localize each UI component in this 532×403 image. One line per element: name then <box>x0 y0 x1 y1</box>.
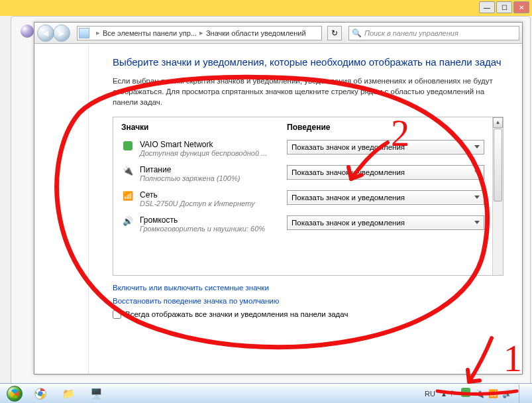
scroll-thumb[interactable] <box>494 129 502 202</box>
col-behavior: Поведение <box>287 123 484 132</box>
control-panel-window: ◄ ► ▸ Все элементы панели упр... ▸ Значк… <box>34 22 523 374</box>
page-description: Если выбран режим скрытия значков и увед… <box>113 76 504 107</box>
behavior-dropdown[interactable]: Показать значок и уведомления <box>287 190 484 205</box>
chevron-down-icon <box>474 170 480 174</box>
window-buttons: — ☐ ✕ <box>479 1 529 13</box>
always-show-label: Всегда отображать все значки и уведомлен… <box>125 310 348 318</box>
behavior-dropdown[interactable]: Показать значок и уведомления <box>287 165 484 180</box>
list-row: 🔊 Громкость Громкоговоритель и наушники:… <box>113 211 492 237</box>
power-tray-icon[interactable]: 🔌 <box>474 389 484 398</box>
breadcrumb-current[interactable]: Значки области уведомлений <box>206 29 306 37</box>
minimize-button[interactable]: — <box>479 1 495 13</box>
taskbar-pin-explorer[interactable]: 📁 <box>55 386 81 402</box>
nav-buttons: ◄ ► <box>37 25 70 42</box>
link-system-icons[interactable]: Включить или выключить системные значки <box>113 284 504 292</box>
close-button[interactable]: ✕ <box>513 1 529 13</box>
search-icon: 🔍 <box>352 29 362 38</box>
chevron-down-icon <box>474 196 480 199</box>
back-button[interactable]: ◄ <box>37 25 54 42</box>
row-title: Сеть <box>140 190 287 200</box>
row-subtitle: Полностью заряжена (100%) <box>140 174 287 182</box>
list-row: VAIO Smart Network Доступная функция бес… <box>113 136 492 161</box>
always-show-row: Всегда отображать все значки и уведомлен… <box>113 310 504 319</box>
list-header: Значки Поведение <box>113 117 492 136</box>
taskbar: 📁 🖥️ RU ▴ ⚑ 🔌 📶 🔊 <box>0 383 532 403</box>
link-restore-defaults[interactable]: Восстановить поведение значка по умолчан… <box>113 297 504 305</box>
chevron-down-icon <box>474 145 480 148</box>
scroll-up-button[interactable]: ▲ <box>493 117 503 128</box>
row-subtitle: Громкоговоритель и наушники: 60% <box>140 225 287 233</box>
col-icons: Значки <box>121 123 287 132</box>
scrollbar[interactable]: ▲ <box>492 117 503 275</box>
taskbar-pin-control-panel[interactable]: 🖥️ <box>83 386 109 402</box>
maximize-button[interactable]: ☐ <box>496 1 512 13</box>
breadcrumb-root[interactable]: Все элементы панели упр... <box>103 29 197 37</box>
avatar <box>21 25 34 38</box>
window-body: Выберите значки и уведомления, которые н… <box>34 44 522 374</box>
refresh-button[interactable]: ↻ <box>327 26 342 40</box>
always-show-checkbox[interactable] <box>113 310 121 319</box>
explorer-toolbar: ◄ ► ▸ Все элементы панели упр... ▸ Значк… <box>34 23 522 44</box>
power-icon: 🔌 <box>121 165 134 177</box>
start-button[interactable] <box>3 385 27 402</box>
list-row: 🔌 Питание Полностью заряжена (100%) Пока… <box>113 161 492 186</box>
row-subtitle: DSL-2750U Доступ к Интернету <box>140 200 287 207</box>
search-box[interactable]: 🔍 Поиск в панели управления <box>348 26 519 40</box>
row-title: VAIO Smart Network <box>140 140 287 149</box>
behavior-dropdown[interactable]: Показать значок и уведомления <box>287 140 484 154</box>
language-indicator[interactable]: RU <box>422 388 438 399</box>
vaio-icon <box>121 140 134 152</box>
control-panel-icon <box>79 28 89 38</box>
list-row: 📶 Сеть DSL-2750U Доступ к Интернету Пока… <box>113 186 492 211</box>
links: Включить или выключить системные значки … <box>113 284 504 305</box>
row-title: Питание <box>140 165 287 174</box>
system-tray: RU ▴ ⚑ 🔌 📶 🔊 <box>422 384 529 403</box>
volume-tray-icon[interactable]: 🔊 <box>502 389 512 398</box>
icons-list-box: Значки Поведение VAIO Smart Network Дост… <box>113 117 504 276</box>
behavior-dropdown[interactable]: Показать значок и уведомления <box>287 215 484 230</box>
network-icon: 📶 <box>121 190 134 202</box>
show-desktop-button[interactable] <box>519 384 525 403</box>
row-title: Громкость <box>140 215 287 225</box>
taskbar-pin-chrome[interactable] <box>27 386 54 402</box>
action-center-icon[interactable]: ⚑ <box>450 389 457 398</box>
page-title: Выберите значки и уведомления, которые н… <box>113 56 504 69</box>
forward-button[interactable]: ► <box>53 25 70 42</box>
breadcrumb[interactable]: ▸ Все элементы панели упр... ▸ Значки об… <box>77 26 322 40</box>
network-tray-icon[interactable]: 📶 <box>488 389 498 398</box>
volume-icon: 🔊 <box>121 215 134 227</box>
left-pane <box>34 44 89 374</box>
tray-app-icon[interactable] <box>461 388 470 399</box>
browser-tabstrip: — ☐ ✕ <box>0 0 532 16</box>
tray-expand-icon[interactable]: ▴ <box>442 389 446 398</box>
forum-page: из панели задач исчез блютус, как его во… <box>11 16 531 394</box>
row-subtitle: Доступная функция беспроводной ... <box>140 149 287 157</box>
main-pane: Выберите значки и уведомления, которые н… <box>89 44 522 374</box>
chrome-icon <box>34 388 46 400</box>
windows-orb-icon <box>7 386 23 402</box>
search-placeholder: Поиск в панели управления <box>364 29 458 37</box>
chevron-down-icon <box>474 221 480 224</box>
